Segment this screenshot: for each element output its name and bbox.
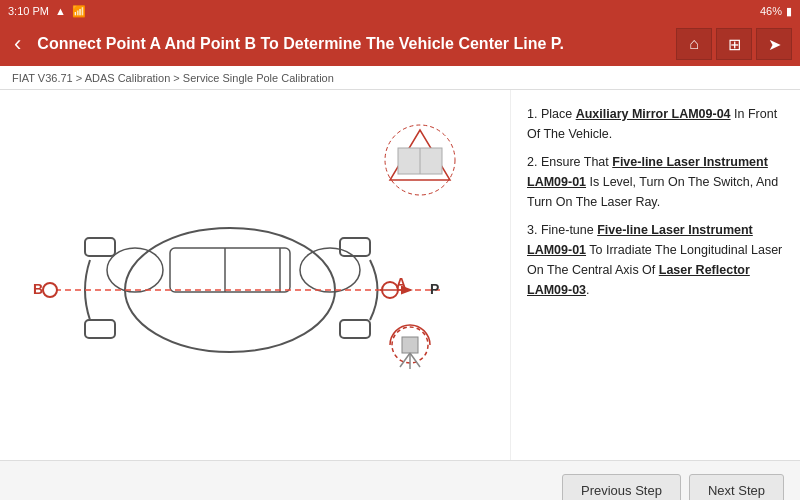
back-button[interactable]: ‹ [8, 27, 27, 61]
main-content: B A P [0, 90, 800, 460]
diagram-area: B A P [0, 90, 510, 460]
svg-text:A: A [396, 275, 406, 291]
battery-level: 46% [760, 5, 782, 17]
svg-rect-7 [340, 320, 370, 338]
share-icon: ➤ [768, 35, 781, 54]
battery-icon: ▮ [786, 5, 792, 18]
svg-point-2 [107, 248, 163, 292]
page-title: Connect Point A And Point B To Determine… [37, 35, 666, 53]
grid-icon: ⊞ [728, 35, 741, 54]
step1-prefix: 1. Place [527, 107, 576, 121]
instruction-step3: 3. Fine-tune Five-line Laser Instrument … [527, 220, 784, 300]
previous-step-button[interactable]: Previous Step [562, 474, 681, 500]
svg-rect-3 [170, 248, 290, 292]
svg-text:P: P [430, 281, 439, 297]
instructions-panel: 1. Place Auxiliary Mirror LAM09-04 In Fr… [510, 90, 800, 460]
signal-icon: 📶 [72, 5, 86, 18]
home-button[interactable]: ⌂ [676, 28, 712, 60]
status-bar-right: 46% ▮ [760, 5, 792, 18]
breadcrumb-text: FIAT V36.71 > ADAS Calibration > Service… [12, 72, 334, 84]
instruction-step2: 2. Ensure That Five-line Laser Instrumen… [527, 152, 784, 212]
svg-text:B: B [33, 281, 43, 297]
step3-suffix2: . [586, 283, 589, 297]
share-button[interactable]: ➤ [756, 28, 792, 60]
svg-point-11 [43, 283, 57, 297]
svg-line-24 [410, 353, 420, 367]
footer: Previous Step Next Step [0, 460, 800, 500]
svg-rect-8 [85, 238, 115, 256]
breadcrumb: FIAT V36.71 > ADAS Calibration > Service… [0, 66, 800, 90]
wifi-icon: ▲ [55, 5, 66, 17]
svg-rect-21 [402, 337, 418, 353]
step2-prefix: 2. Ensure That [527, 155, 612, 169]
home-icon: ⌂ [689, 35, 699, 53]
car-diagram: B A P [10, 100, 500, 440]
grid-button[interactable]: ⊞ [716, 28, 752, 60]
header: ‹ Connect Point A And Point B To Determi… [0, 22, 800, 66]
header-nav-icons: ⌂ ⊞ ➤ [676, 28, 792, 60]
status-bar: 3:10 PM ▲ 📶 46% ▮ [0, 0, 800, 22]
next-step-button[interactable]: Next Step [689, 474, 784, 500]
step1-highlight: Auxiliary Mirror LAM09-04 [576, 107, 731, 121]
svg-rect-6 [340, 238, 370, 256]
status-bar-left: 3:10 PM ▲ 📶 [8, 5, 86, 18]
step3-prefix: 3. Fine-tune [527, 223, 597, 237]
svg-rect-9 [85, 320, 115, 338]
instruction-step1: 1. Place Auxiliary Mirror LAM09-04 In Fr… [527, 104, 784, 144]
svg-line-22 [400, 353, 410, 367]
time-display: 3:10 PM [8, 5, 49, 17]
